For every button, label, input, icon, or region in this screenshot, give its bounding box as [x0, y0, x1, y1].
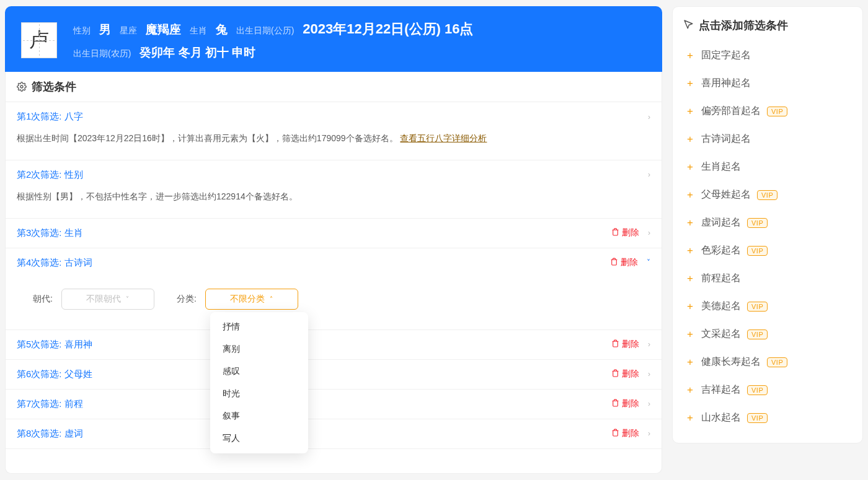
filter-actions: 删除›: [611, 339, 650, 350]
filter-head[interactable]: 第3次筛选: 生肖删除›: [6, 219, 662, 248]
surname-text: 卢: [29, 27, 49, 54]
trash-icon: [611, 228, 619, 238]
sidebar-item[interactable]: +喜用神起名: [683, 69, 852, 97]
filter-head[interactable]: 第5次筛选: 喜用神删除›: [6, 330, 662, 360]
sidebar-item-label: 固定字起名: [701, 49, 751, 62]
constellation-value: 魔羯座: [146, 22, 181, 38]
poem-controls: 朝代:不限朝代˅分类:不限分类˄抒情离别感叹时光叙事写人: [6, 277, 662, 330]
chevron-right-icon[interactable]: ›: [648, 429, 650, 438]
filter-title: 第3次筛选: 生肖: [17, 227, 83, 239]
category-dropdown: 抒情离别感叹时光叙事写人: [210, 312, 308, 453]
sidebar-item[interactable]: +古诗词起名: [683, 125, 852, 153]
dynasty-select-placeholder: 不限朝代: [86, 294, 121, 305]
delete-button[interactable]: 删除: [611, 339, 639, 350]
dropdown-item[interactable]: 感叹: [210, 360, 308, 383]
filter-item: 第7次筛选: 前程删除›: [6, 390, 662, 419]
sidebar-item-label: 偏旁部首起名: [701, 105, 761, 118]
birth-solar-label: 出生日期(公历): [236, 25, 294, 37]
sidebar-item[interactable]: +健康长寿起名VIP: [683, 348, 852, 376]
sidebar-item[interactable]: +色彩起名VIP: [683, 237, 852, 264]
sidebar-item[interactable]: +山水起名VIP: [683, 404, 852, 432]
cursor-icon: [683, 19, 694, 33]
sidebar-item-label: 美德起名: [701, 300, 741, 313]
surname-tile: 卢: [21, 22, 57, 58]
filter-body-text: 根据出生时间【2023年12月22日16时】，计算出喜用元素为【火】，筛选出约1…: [17, 133, 400, 143]
dropdown-item[interactable]: 抒情: [210, 316, 308, 338]
sidebar-item[interactable]: +固定字起名: [683, 41, 852, 69]
filter-body-text: 根据性别【男】，不包括中性名字，进一步筛选出约122914个备选好名。: [17, 191, 298, 201]
filter-head[interactable]: 第4次筛选: 古诗词删除˅: [6, 248, 662, 277]
chevron-right-icon[interactable]: ›: [648, 113, 650, 121]
sidebar-item[interactable]: +文采起名VIP: [683, 320, 852, 348]
sidebar-item-label: 父母姓起名: [701, 188, 751, 201]
chevron-down-icon[interactable]: ˅: [647, 258, 650, 267]
filter-title: 第8次筛选: 虚词: [17, 428, 83, 440]
delete-label: 删除: [621, 257, 638, 268]
sidebar-item-label: 虚词起名: [701, 216, 741, 229]
chevron-right-icon[interactable]: ›: [648, 370, 650, 378]
header-info: 性别 男 星座 魔羯座 生肖 兔 出生日期(公历) 2023年12月22日(公历…: [73, 20, 473, 61]
trash-icon: [611, 369, 619, 379]
delete-button[interactable]: 删除: [611, 398, 639, 409]
chevron-right-icon[interactable]: ›: [648, 229, 650, 237]
sidebar-item[interactable]: +吉祥起名VIP: [683, 376, 852, 404]
dynasty-label: 朝代:: [33, 294, 53, 305]
filter-head[interactable]: 第6次筛选: 父母姓删除›: [6, 360, 662, 390]
header-row-2: 出生日期(农历) 癸卯年 冬月 初十 申时: [73, 45, 473, 61]
chevron-down-icon: ˅: [126, 295, 129, 302]
sidebar-item-label: 前程起名: [701, 272, 741, 285]
filter-title: 第1次筛选: 八字: [17, 111, 83, 123]
header-row-1: 性别 男 星座 魔羯座 生肖 兔 出生日期(公历) 2023年12月22日(公历…: [73, 20, 473, 38]
dropdown-item[interactable]: 写人: [210, 427, 308, 450]
filter-head[interactable]: 第7次筛选: 前程删除›: [6, 390, 662, 419]
filter-head[interactable]: 第2次筛选: 性别›: [6, 160, 662, 190]
delete-button[interactable]: 删除: [611, 369, 639, 380]
sidebar-item-label: 吉祥起名: [701, 383, 741, 396]
sidebar-item[interactable]: +生肖起名: [683, 153, 852, 181]
filter-title: 第5次筛选: 喜用神: [17, 339, 92, 351]
sidebar-item-label: 文采起名: [701, 328, 741, 341]
sidebar-item[interactable]: +偏旁部首起名VIP: [683, 97, 852, 125]
delete-label: 删除: [622, 428, 639, 439]
sidebar: 点击添加筛选条件 +固定字起名+喜用神起名+偏旁部首起名VIP+古诗词起名+生肖…: [672, 6, 863, 443]
dropdown-item[interactable]: 时光: [210, 383, 308, 405]
delete-button[interactable]: 删除: [611, 428, 639, 439]
filter-body: 根据出生时间【2023年12月22日16时】，计算出喜用元素为【火】，筛选出约1…: [6, 131, 662, 160]
filter-head[interactable]: 第8次筛选: 虚词删除›: [6, 419, 662, 449]
dropdown-item[interactable]: 叙事: [210, 405, 308, 427]
plus-icon: +: [685, 77, 695, 90]
vip-badge: VIP: [747, 218, 768, 228]
sidebar-item-label: 喜用神起名: [701, 77, 751, 90]
filter-actions: 删除›: [611, 398, 650, 409]
vip-badge: VIP: [747, 302, 768, 312]
delete-label: 删除: [622, 398, 639, 409]
plus-icon: +: [685, 133, 695, 146]
trash-icon: [611, 339, 619, 349]
sidebar-item-label: 古诗词起名: [701, 133, 751, 146]
filter-actions: ›: [648, 113, 650, 121]
sidebar-item[interactable]: +美德起名VIP: [683, 292, 852, 320]
category-label: 分类:: [177, 294, 197, 305]
delete-label: 删除: [622, 339, 639, 350]
sidebar-item[interactable]: +前程起名: [683, 264, 852, 292]
sidebar-item[interactable]: +父母姓起名VIP: [683, 181, 852, 209]
sidebar-title-text: 点击添加筛选条件: [699, 18, 788, 33]
delete-button[interactable]: 删除: [610, 257, 638, 268]
plus-icon: +: [685, 273, 695, 285]
filter-item: 第5次筛选: 喜用神删除›: [6, 330, 662, 360]
category-select[interactable]: 不限分类˄: [205, 289, 298, 310]
filter-head[interactable]: 第1次筛选: 八字›: [6, 102, 662, 131]
sidebar-items: +固定字起名+喜用神起名+偏旁部首起名VIP+古诗词起名+生肖起名+父母姓起名V…: [683, 41, 852, 432]
sidebar-item[interactable]: +虚词起名VIP: [683, 209, 852, 237]
plus-icon: +: [685, 300, 695, 313]
dynasty-select[interactable]: 不限朝代˅: [61, 289, 154, 310]
filter-actions: 删除›: [611, 227, 650, 238]
chevron-right-icon[interactable]: ›: [648, 170, 650, 179]
bazi-detail-link[interactable]: 查看五行八字详细分析: [400, 133, 487, 143]
chevron-right-icon[interactable]: ›: [648, 399, 650, 408]
dropdown-item[interactable]: 离别: [210, 338, 308, 360]
chevron-right-icon[interactable]: ›: [648, 340, 650, 349]
delete-button[interactable]: 删除: [611, 227, 639, 238]
plus-icon: +: [685, 384, 695, 396]
gear-icon: [17, 82, 27, 92]
